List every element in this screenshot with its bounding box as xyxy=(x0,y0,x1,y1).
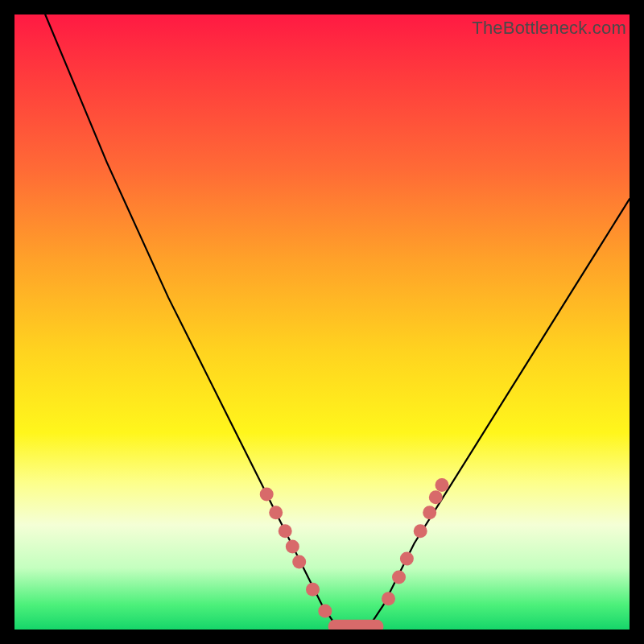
plot-area xyxy=(14,14,630,630)
highlight-dot xyxy=(292,555,306,569)
highlight-dot xyxy=(423,506,436,519)
chart-svg xyxy=(14,14,630,630)
highlight-dot xyxy=(429,490,443,504)
highlight-dot xyxy=(306,583,320,597)
highlight-dot xyxy=(279,524,292,538)
highlight-dot xyxy=(436,478,449,492)
bottleneck-curve xyxy=(45,14,630,630)
highlight-dot xyxy=(286,539,299,553)
highlight-dot xyxy=(318,605,332,618)
highlight-dot xyxy=(400,552,414,566)
highlight-dot xyxy=(260,487,274,501)
highlight-dot xyxy=(414,524,427,538)
highlight-dot xyxy=(382,592,395,605)
chart-frame: TheBottleneck.com xyxy=(0,0,644,644)
valley-bar xyxy=(328,620,384,630)
highlight-dots xyxy=(260,478,449,618)
valley-bar-rect xyxy=(328,620,384,630)
highlight-dot xyxy=(392,571,406,584)
highlight-dot xyxy=(269,506,283,519)
